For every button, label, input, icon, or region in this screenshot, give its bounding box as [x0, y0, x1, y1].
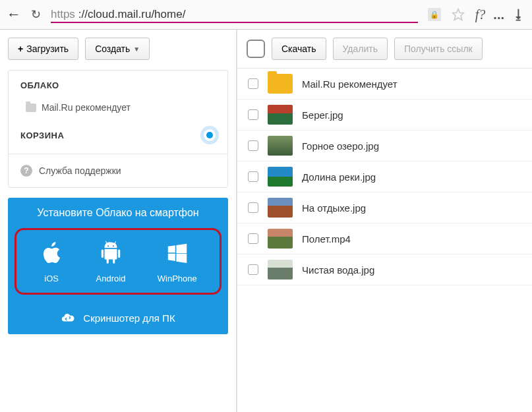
url-path: ://cloud.mail.ru/home/: [78, 8, 186, 21]
file-thumbnail: [268, 229, 293, 249]
file-row[interactable]: Mail.Ru рекомендует: [237, 69, 532, 100]
back-button[interactable]: ←: [7, 6, 21, 23]
select-all-checkbox[interactable]: [247, 40, 265, 58]
file-checkbox[interactable]: [248, 140, 258, 151]
file-row[interactable]: Полет.mp4: [237, 223, 532, 254]
more-button[interactable]: ...: [493, 7, 504, 22]
screenshooter-link[interactable]: Скриншотер для ПК: [15, 310, 222, 325]
file-name: Берег.jpg: [302, 109, 343, 121]
file-row[interactable]: Берег.jpg: [237, 100, 532, 131]
windows-icon: [165, 241, 190, 266]
folder-icon: [26, 103, 36, 112]
svg-marker-0: [452, 9, 463, 20]
get-link-button[interactable]: Получить ссылк: [394, 38, 483, 60]
address-bar[interactable]: https://cloud.mail.ru/home/: [51, 8, 418, 21]
platform-label: Android: [96, 274, 126, 283]
platform-ios[interactable]: iOS: [39, 241, 64, 283]
trash-heading: КОРЗИНА: [20, 131, 64, 140]
download-icon[interactable]: ⭳: [512, 7, 525, 22]
main-actions: Скачать Удалить Получить ссылк: [237, 30, 532, 69]
font-button[interactable]: f?: [475, 7, 486, 22]
file-checkbox[interactable]: [248, 233, 258, 244]
file-thumbnail: [268, 136, 293, 156]
sidebar: + Загрузить Создать ▼ ОБЛАКО Mail.Ru рек…: [0, 30, 236, 412]
help-icon: ?: [20, 165, 32, 177]
reload-button[interactable]: ↻: [31, 7, 41, 22]
chevron-down-icon: ▼: [133, 45, 140, 53]
android-icon: [98, 241, 123, 266]
create-button[interactable]: Создать ▼: [85, 38, 150, 60]
promo-title: Установите Облако на смартфон: [15, 207, 222, 219]
url-protocol: https: [51, 8, 75, 21]
sidebar-folder-item[interactable]: Mail.Ru рекомендует: [20, 100, 216, 119]
platform-winphone[interactable]: WinPhone: [158, 241, 197, 283]
bookmark-star-icon[interactable]: [451, 8, 465, 21]
platforms-box: iOS Android WinPhone: [15, 228, 222, 295]
file-row[interactable]: Горное озеро.jpg: [237, 131, 532, 162]
file-row[interactable]: На отдыхе.jpg: [237, 192, 532, 223]
lock-icon: 🔒: [428, 8, 441, 21]
file-checkbox[interactable]: [248, 202, 258, 213]
apple-icon: [39, 241, 64, 266]
file-row[interactable]: Долина реки.jpg: [237, 162, 532, 192]
file-row[interactable]: Чистая вода.jpg: [237, 254, 532, 285]
file-name: На отдыхе.jpg: [302, 202, 366, 214]
file-checkbox[interactable]: [248, 78, 258, 89]
delete-button[interactable]: Удалить: [333, 38, 388, 60]
file-list: Mail.Ru рекомендуетБерег.jpgГорное озеро…: [237, 69, 532, 285]
screenshooter-label: Скриншотер для ПК: [83, 312, 175, 324]
file-name: Полет.mp4: [302, 233, 351, 245]
cloud-refresh-icon: [61, 310, 75, 325]
file-name: Mail.Ru рекомендует: [302, 78, 398, 90]
url-underline: [51, 22, 418, 23]
browser-toolbar: ← ↻ https://cloud.mail.ru/home/ 🔒 f? ...…: [0, 0, 532, 30]
main-panel: Скачать Удалить Получить ссылк Mail.Ru р…: [236, 30, 532, 412]
platform-android[interactable]: Android: [96, 241, 126, 283]
file-checkbox[interactable]: [248, 264, 258, 275]
file-name: Долина реки.jpg: [302, 171, 376, 183]
support-link[interactable]: ? Служба поддержки: [9, 154, 227, 187]
platform-label: iOS: [44, 274, 59, 283]
file-thumbnail: [268, 198, 293, 218]
install-promo: Установите Облако на смартфон iOS Androi…: [8, 198, 228, 334]
plus-icon: +: [18, 44, 23, 54]
trash-radio[interactable]: [204, 129, 216, 141]
file-thumbnail: [268, 167, 293, 187]
file-thumbnail: [268, 260, 293, 280]
download-button[interactable]: Скачать: [272, 38, 326, 60]
folder-label: Mail.Ru рекомендует: [42, 102, 131, 113]
upload-label: Загрузить: [26, 44, 69, 54]
folder-icon: [268, 74, 293, 94]
toolbar-right: f? ... ⭳: [475, 7, 525, 22]
file-name: Чистая вода.jpg: [302, 264, 374, 276]
file-thumbnail: [268, 105, 293, 125]
create-label: Создать: [95, 44, 130, 54]
platform-label: WinPhone: [158, 274, 197, 283]
cloud-heading: ОБЛАКО: [20, 80, 216, 90]
file-checkbox[interactable]: [248, 109, 258, 120]
file-checkbox[interactable]: [248, 171, 258, 182]
upload-button[interactable]: + Загрузить: [8, 38, 78, 60]
support-label: Служба поддержки: [39, 165, 121, 176]
cloud-section: ОБЛАКО Mail.Ru рекомендует КОРЗИНА ? Слу…: [8, 70, 228, 188]
file-name: Горное озеро.jpg: [302, 140, 379, 152]
